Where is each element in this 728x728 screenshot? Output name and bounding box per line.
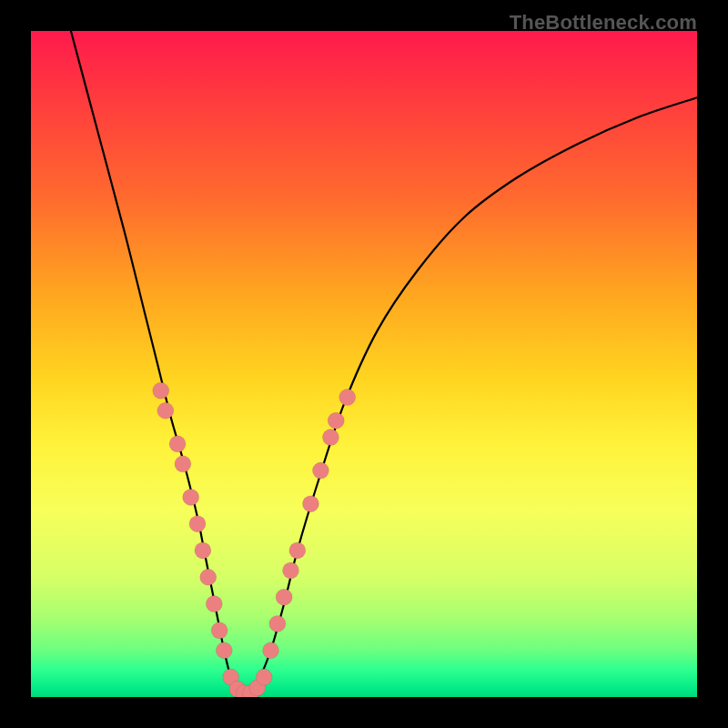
data-marker [322, 430, 339, 446]
data-marker [189, 516, 206, 532]
data-marker [211, 622, 228, 639]
data-marker [153, 382, 169, 399]
chart-stage: TheBottleneck.com [0, 0, 728, 728]
data-marker [157, 402, 174, 419]
data-marker [175, 456, 191, 472]
data-marker [312, 462, 329, 479]
curve-svg [31, 31, 697, 697]
data-marker [289, 542, 306, 559]
data-marker [169, 436, 186, 452]
bottleneck-curve [71, 31, 697, 697]
data-marker [276, 589, 292, 605]
marker-layer [153, 382, 356, 697]
data-marker [216, 642, 232, 659]
data-marker [269, 615, 286, 632]
data-marker [183, 489, 199, 505]
data-marker [282, 562, 298, 579]
plot-area [31, 31, 697, 697]
data-marker [195, 542, 211, 559]
data-marker [206, 596, 222, 612]
data-marker [263, 642, 279, 659]
data-marker [200, 569, 217, 585]
data-marker [339, 389, 356, 406]
data-marker [328, 412, 344, 429]
data-marker [256, 669, 272, 685]
watermark-text: TheBottleneck.com [510, 11, 697, 35]
data-marker [302, 496, 318, 512]
